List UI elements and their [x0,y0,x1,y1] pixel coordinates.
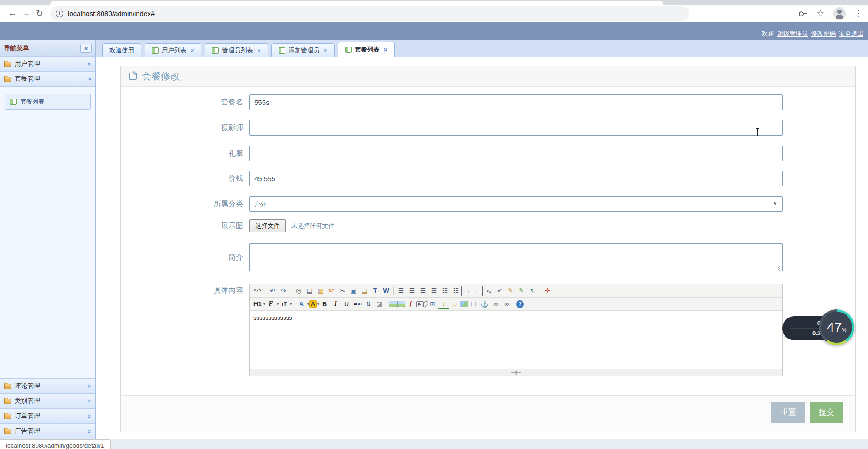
preview-icon[interactable]: ◎ [293,286,304,296]
italic-icon[interactable]: I [330,299,341,309]
sidebar-group-套餐管理[interactable]: 套餐管理» [0,72,95,87]
intro-label: 简介 [121,253,249,262]
sidebar-group-广告管理[interactable]: 广告管理» [0,424,95,439]
tab-用户列表[interactable]: 用户列表× [145,43,202,57]
progress-circle: 47 % [821,312,852,343]
insert-hr-icon[interactable]: ↓ [438,299,449,309]
price-input[interactable] [249,171,783,186]
choose-file-button[interactable]: 选择文件 [249,219,286,232]
photographer-input[interactable] [249,120,783,136]
table-icon[interactable]: ⊞ [427,299,438,309]
outdent-icon[interactable]: ← [472,286,483,296]
password-key-icon[interactable] [798,9,807,17]
unordered-list-icon[interactable]: ☷ [450,286,461,296]
tab-close-icon[interactable]: × [384,46,388,53]
paste-icon[interactable]: ▤ [359,286,370,296]
help-icon[interactable]: ? [516,300,524,308]
editor-resize-grip[interactable]: ▲▼ [511,370,521,375]
bookmark-star-icon[interactable]: ☆ [816,8,824,19]
ordered-list-icon[interactable]: ☷ [439,286,450,296]
resize-handle[interactable] [778,266,782,271]
download-arrow-icon: ↓ [790,331,792,336]
fullscreen-icon[interactable]: ✛ [542,286,553,296]
print-icon[interactable]: ▤ [304,286,315,296]
tab-close-icon[interactable]: × [323,47,327,54]
font-size-icon[interactable]: тT [279,299,289,309]
flash-icon[interactable]: ƒ [405,299,416,309]
unlink-icon[interactable]: ∞ [501,299,512,309]
sidebar-group-订单管理[interactable]: 订单管理» [0,409,95,424]
sidebar-item-套餐列表[interactable]: 套餐列表 [5,94,91,110]
forward-icon[interactable]: → [19,8,33,18]
source-icon[interactable]: </> [252,286,263,296]
speed-monitor-widget[interactable]: ↑ 0 K/s ↓ 0.2 K/s 47 % [782,309,855,346]
font-name-icon[interactable]: F [265,299,276,309]
profile-avatar[interactable] [833,7,846,20]
dress-input[interactable] [249,146,783,161]
paste-text-icon[interactable]: T [370,286,381,296]
align-center-icon[interactable]: ☰ [407,286,418,296]
template-icon[interactable]: ▥ [315,286,326,296]
main-layout: 导航菜单 « 用户管理»套餐管理»套餐列表 评论管理»类别管理»订单管理»广告管… [0,40,868,439]
highlight-color-icon[interactable]: A [309,300,317,308]
tab-管理员列表[interactable]: 管理员列表× [205,43,268,57]
redo-icon[interactable]: ↷ [278,286,289,296]
paste-word-icon[interactable]: W [381,286,392,296]
format-brush-icon[interactable]: ✎ [505,286,516,296]
progress-ring[interactable]: 47 % [819,309,854,345]
page-break-icon[interactable]: ☐ [468,299,479,309]
remove-format-icon[interactable]: ◪ [374,299,385,309]
username-link[interactable]: 超级管理员 [777,30,808,38]
quick-format-icon[interactable]: ✎ [516,286,527,296]
sidebar-group-类别管理[interactable]: 类别管理» [0,394,95,409]
underline-icon[interactable]: U [341,299,352,309]
browser-menu-icon[interactable]: ⋮ [855,9,863,18]
strikethrough-icon[interactable]: ABC [352,299,363,309]
category-select[interactable]: 户外 [249,196,783,212]
reset-button[interactable]: 重置 [771,402,805,423]
image-icon[interactable] [389,301,397,307]
link-icon[interactable]: ∞ [490,299,501,309]
align-right-icon[interactable]: ☰ [418,286,429,296]
name-label: 套餐名 [121,98,249,107]
tab-添加管理员[interactable]: 添加管理员× [271,43,335,57]
indent-icon[interactable]: → [461,286,472,296]
superscript-icon[interactable]: x² [494,286,505,296]
package-name-input[interactable] [249,94,783,110]
sidebar-group-评论管理[interactable]: 评论管理» [0,379,95,394]
logout-link[interactable]: 安全退出 [839,30,863,38]
sidebar-group-用户管理[interactable]: 用户管理» [0,57,95,72]
tab-close-icon[interactable]: × [257,47,261,54]
submit-button[interactable]: 提交 [810,402,843,423]
table-list-icon [152,47,159,54]
change-password-link[interactable]: 修改密码 [811,30,836,38]
map-icon[interactable] [460,301,468,307]
subscript-icon[interactable]: x₂ [483,286,494,296]
anchor-icon[interactable]: ⚓ [479,299,490,309]
intro-textarea[interactable] [249,243,783,271]
emoticon-icon[interactable]: ☺ [449,299,460,309]
select-all-icon[interactable]: ↖ [527,286,538,296]
code-icon[interactable]: C# [326,286,337,296]
line-height-icon[interactable]: ⇅ [363,299,374,309]
tab-欢迎使用[interactable]: 欢迎使用 [102,43,141,57]
sidebar-collapse-button[interactable]: « [80,44,92,53]
page-info-icon[interactable]: i [56,10,63,17]
form-row-category: 所属分类 户外 ∨ [121,196,855,212]
cut-icon[interactable]: ✂ [337,286,348,296]
tab-close-icon[interactable]: × [191,47,194,54]
heading-icon[interactable]: H1 [252,299,263,309]
undo-icon[interactable]: ↶ [267,286,278,296]
tab-套餐列表[interactable]: 套餐列表× [338,42,395,57]
address-bar[interactable]: i localhost:8080/admin/index# [50,6,689,21]
bold-icon[interactable]: B [319,299,330,309]
reload-icon[interactable]: ↻ [33,8,46,19]
align-left-icon[interactable]: ☰ [396,286,407,296]
multi-image-icon[interactable] [397,301,405,307]
align-justify-icon[interactable]: ☰ [429,286,439,296]
text-color-icon[interactable]: A [296,299,307,309]
editor-content[interactable]: sssssssssssss [250,311,782,369]
copy-icon[interactable]: ▣ [348,286,359,296]
browser-tab[interactable] [50,1,663,5]
back-icon[interactable]: ← [5,8,19,18]
